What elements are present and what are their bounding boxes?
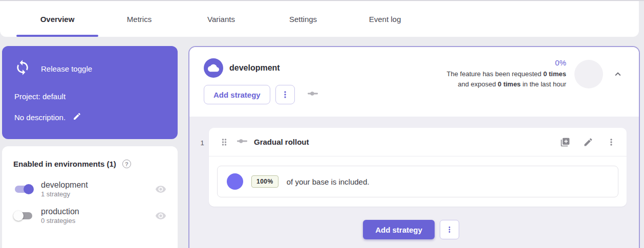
- strategy-more-actions-icon[interactable]: [606, 137, 616, 147]
- release-toggle-cycle-icon: [14, 59, 31, 78]
- feature-tabs-nav: Overview Metrics Variants Settings Event…: [0, 1, 639, 37]
- exposure-percentage: 0%: [447, 58, 566, 67]
- exposure-donut-placeholder: [574, 60, 603, 88]
- kebab-menu-icon: [280, 89, 290, 100]
- env-name: production: [41, 207, 155, 216]
- tab-variants[interactable]: Variants: [180, 1, 262, 37]
- strategy-index: 1: [196, 128, 209, 207]
- env-strategy-count: 1 strategy: [41, 190, 155, 198]
- rollout-donut: [227, 173, 243, 190]
- enabled-environments-title: Enabled in environments (1): [13, 160, 116, 168]
- strategy-slider-icon: [306, 87, 319, 102]
- development-toggle-switch[interactable]: [13, 184, 34, 195]
- rollout-percentage-badge: 100%: [251, 175, 278, 188]
- metrics-summary-line1: The feature has been requested 0 times: [447, 69, 566, 79]
- strategy-item-gradual-rollout: Gradual rollout 100% of your: [209, 128, 627, 207]
- metrics-summary-line2: and exposed 0 times in the last hour: [447, 79, 566, 89]
- copy-strategy-icon[interactable]: [560, 137, 570, 147]
- help-icon[interactable]: ?: [122, 160, 131, 168]
- tab-metrics[interactable]: Metrics: [98, 1, 180, 37]
- add-strategy-button-header[interactable]: Add strategy: [204, 85, 270, 104]
- environment-accordion-development: development Add strategy 0%: [188, 46, 640, 248]
- strategy-list: 1 Gradual rollout: [189, 117, 639, 239]
- rollout-description: of your base is included.: [287, 177, 370, 186]
- description-text: No description.: [14, 113, 66, 122]
- kebab-menu-icon: [445, 225, 454, 234]
- sidebar: Release toggle Project: default No descr…: [2, 46, 178, 248]
- environment-more-actions-button[interactable]: [275, 85, 295, 104]
- strategy-slider-icon: [235, 134, 249, 150]
- tab-settings[interactable]: Settings: [262, 1, 344, 37]
- add-strategy-more-options-button[interactable]: [440, 220, 459, 239]
- visibility-eye-icon[interactable]: [155, 210, 166, 221]
- env-strategy-count: 0 strategies: [41, 217, 155, 224]
- project-label: Project: default: [14, 92, 165, 101]
- env-name: development: [41, 181, 155, 190]
- edit-strategy-icon[interactable]: [583, 137, 593, 147]
- add-strategy-button-footer[interactable]: Add strategy: [363, 220, 435, 239]
- enabled-environments-card: Enabled in environments (1) ? developmen…: [2, 146, 178, 248]
- chevron-up-icon[interactable]: [612, 69, 624, 80]
- edit-description-icon[interactable]: [73, 112, 81, 122]
- toggle-type-label: Release toggle: [41, 64, 92, 73]
- tab-overview[interactable]: Overview: [16, 1, 98, 37]
- feature-toggle-page: Overview Metrics Variants Settings Event…: [0, 0, 644, 248]
- visibility-eye-icon[interactable]: [155, 184, 166, 195]
- drag-handle-icon[interactable]: [219, 137, 229, 147]
- rollout-summary-box: 100% of your base is included.: [217, 166, 618, 197]
- production-toggle-switch[interactable]: [13, 210, 34, 221]
- environment-title: development: [229, 63, 280, 73]
- environment-header: development Add strategy 0%: [189, 47, 639, 117]
- strategy-title: Gradual rollout: [254, 138, 309, 146]
- env-row-production: production 0 strategies: [13, 207, 166, 224]
- cloud-environment-icon: [204, 58, 223, 78]
- tab-event-log[interactable]: Event log: [344, 1, 426, 37]
- env-row-development: development 1 strategy: [13, 181, 166, 198]
- toggle-type-card: Release toggle Project: default No descr…: [2, 46, 178, 139]
